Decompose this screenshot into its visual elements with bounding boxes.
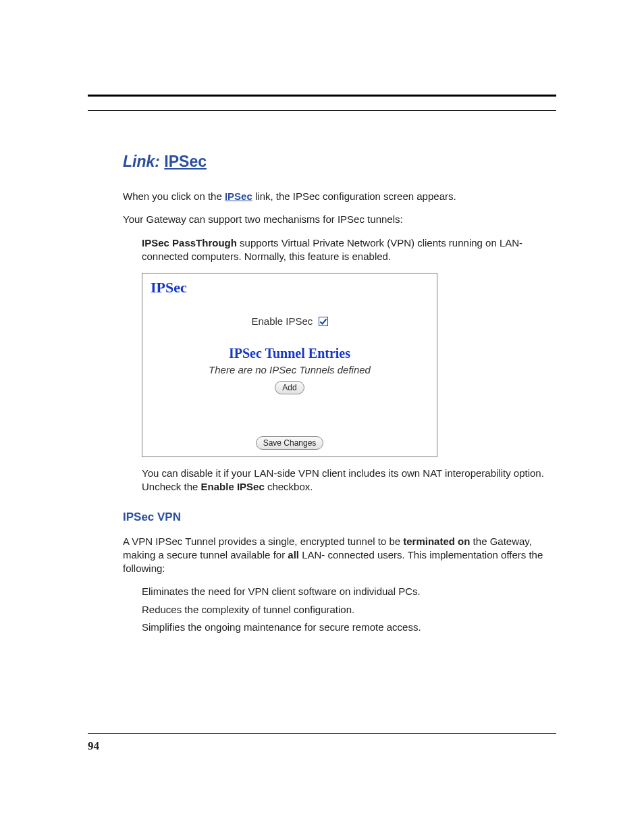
ipsec-inline-link[interactable]: IPSec [225, 190, 252, 202]
ipsec-vpn-paragraph: A VPN IPSec Tunnel provides a single, en… [123, 535, 556, 576]
benefit-item: Simplifies the ongoing maintenance for s… [142, 621, 556, 634]
passthrough-paragraph: IPSec PassThrough supports Virtual Priva… [142, 236, 556, 264]
disable-note-bold: Enable IPSec [201, 481, 265, 492]
disable-note-after: checkbox. [265, 481, 313, 492]
intro-before: When you click on the [123, 190, 225, 202]
vpn-para-before1: A VPN IPSec Tunnel provides a single, en… [123, 536, 403, 547]
heading-link[interactable]: IPSec [164, 153, 207, 170]
top-thin-rule [88, 110, 556, 111]
intro-after: link, the IPSec configuration screen app… [252, 190, 456, 202]
enable-ipsec-label: Enable IPSec [251, 315, 313, 327]
svg-rect-0 [319, 317, 327, 326]
benefit-item: Eliminates the need for VPN client softw… [142, 585, 556, 598]
top-thick-rule [88, 95, 556, 97]
enable-ipsec-checkbox[interactable] [319, 317, 328, 326]
save-changes-button[interactable]: Save Changes [256, 436, 324, 450]
heading-prefix: Link: [123, 153, 160, 170]
add-button[interactable]: Add [275, 381, 304, 394]
passthrough-bold: IPSec PassThrough [142, 237, 237, 249]
vpn-para-bold1: terminated on [403, 536, 470, 547]
page-number: 94 [88, 739, 99, 752]
ipsec-config-panel: IPSec Enable IPSec IPSec Tunnel Entries … [142, 273, 437, 457]
support-sentence: Your Gateway can support two mechanisms … [123, 213, 556, 226]
enable-ipsec-row: Enable IPSec [148, 315, 431, 327]
vpn-para-bold2: all [288, 549, 299, 561]
intro-paragraph: When you click on the IPSec link, the IP… [123, 190, 556, 203]
ipsec-vpn-heading: IPSec VPN [123, 511, 556, 524]
tunnel-empty-message: There are no IPSec Tunnels defined [148, 364, 431, 375]
section-heading: Link: IPSec [123, 153, 556, 171]
disable-note: You can disable it if your LAN-side VPN … [142, 467, 556, 494]
footer-rule [88, 733, 556, 734]
panel-header: IPSec [151, 279, 431, 296]
tunnel-entries-heading: IPSec Tunnel Entries [148, 346, 431, 361]
page-footer: 94 [88, 733, 556, 753]
benefit-item: Reduces the complexity of tunnel configu… [142, 603, 556, 617]
